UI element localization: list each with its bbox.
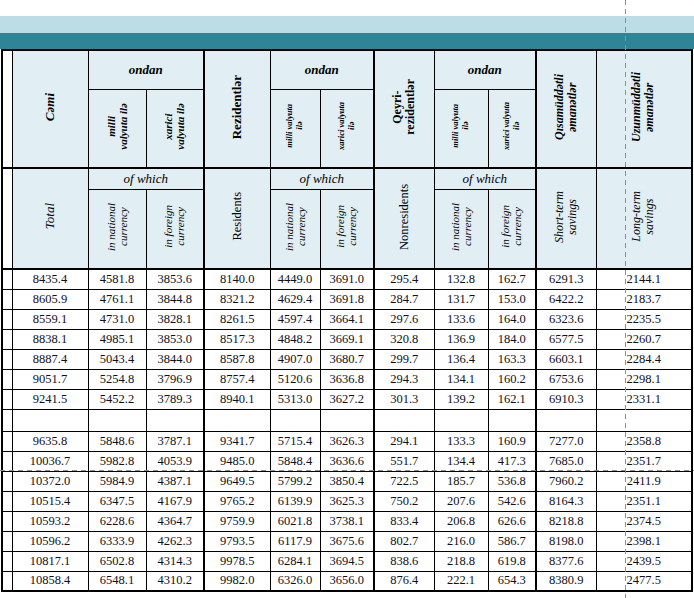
data-cell: 160.9: [488, 431, 536, 451]
empty-cell: [374, 409, 434, 431]
data-cell: 5120.6: [270, 369, 320, 389]
data-cell: 3664.1: [320, 309, 374, 329]
data-cell: 299.7: [374, 349, 434, 369]
data-cell: 9765.2: [204, 491, 270, 511]
data-cell: 139.2: [434, 389, 488, 409]
table-row: 8559.14731.03828.18261.54597.43664.1297.…: [2, 309, 692, 329]
data-cell: 8321.2: [204, 289, 270, 309]
header-total-en: Total: [12, 168, 88, 269]
data-cell: 626.6: [488, 511, 536, 531]
report-page: Cəmi ondan Rezidentlər ondan Qeyri- rezi…: [0, 0, 694, 598]
header-total-en-label: Total: [43, 203, 58, 229]
table-row: 10036.75982.84053.99485.05848.43636.6551…: [2, 451, 692, 471]
header-national-az-3-label: milli valyuta ilə: [451, 104, 470, 148]
data-cell: 8140.0: [204, 269, 270, 289]
header-total-az: Cəmi: [12, 50, 88, 168]
data-cell: 2398.1: [596, 531, 692, 551]
data-cell: 10036.7: [12, 451, 88, 471]
table-row: 8435.44581.83853.68140.04449.03691.0295.…: [2, 269, 692, 289]
data-cell: 6021.8: [270, 511, 320, 531]
data-cell: 586.7: [488, 531, 536, 551]
data-cell: 153.0: [488, 289, 536, 309]
data-cell: 5982.8: [88, 451, 146, 471]
data-cell: 2351.7: [596, 451, 692, 471]
data-cell: 6333.9: [88, 531, 146, 551]
data-cell: 3691.8: [320, 289, 374, 309]
data-cell: 9341.7: [204, 431, 270, 451]
data-cell: 5313.0: [270, 389, 320, 409]
data-cell: 164.0: [488, 309, 536, 329]
spacer-row: [2, 409, 692, 431]
data-cell: 8605.9: [12, 289, 88, 309]
header-national-az-2: milli valyuta ilə: [270, 89, 320, 168]
data-cell: 8587.8: [204, 349, 270, 369]
header-foreign-en-2-label: in foreign currency: [334, 205, 359, 248]
data-cell: 3694.5: [320, 551, 374, 571]
header-residents-az-label: Rezidentlər: [230, 75, 245, 139]
data-cell: 4731.0: [88, 309, 146, 329]
data-cell: 4314.3: [146, 551, 204, 571]
data-cell: 2439.5: [596, 551, 692, 571]
data-cell: 163.3: [488, 349, 536, 369]
data-cell: 4907.0: [270, 349, 320, 369]
empty-cell: [320, 409, 374, 431]
header-ofwhich-az-2: ondan: [270, 50, 374, 89]
data-cell: 8757.4: [204, 369, 270, 389]
data-cell: 9649.5: [204, 471, 270, 491]
header-longterm-en-label: Long-term savings: [630, 191, 657, 242]
data-cell: 222.1: [434, 571, 488, 591]
empty-cell: [204, 409, 270, 431]
data-cell: 4581.8: [88, 269, 146, 289]
row-margin-cell: [2, 369, 12, 389]
data-cell: 6117.9: [270, 531, 320, 551]
header-row-en-top: Total of which Residents of which Nonres…: [2, 168, 692, 189]
data-cell: 3844.0: [146, 349, 204, 369]
header-residents-en: Residents: [204, 168, 270, 269]
data-cell: 2235.5: [596, 309, 692, 329]
data-cell: 5715.4: [270, 431, 320, 451]
table-row: 10596.26333.94262.39793.56117.93675.6802…: [2, 531, 692, 551]
header-longterm-en: Long-term savings: [596, 168, 692, 269]
row-margin-cell: [2, 269, 12, 289]
data-cell: 654.3: [488, 571, 536, 591]
row-margin-cell: [2, 551, 12, 571]
data-cell: 6603.1: [536, 349, 596, 369]
header-longterm-az-label: Uzunmüddətli əmanətlər: [630, 72, 657, 142]
header-ofwhich-en-1: of which: [88, 168, 204, 189]
data-cell: 10817.1: [12, 551, 88, 571]
data-cell: 417.3: [488, 451, 536, 471]
header-foreign-az-3-label: xarici valyuta ilə: [502, 102, 521, 150]
header-ofwhich-az-3: ondan: [434, 50, 536, 89]
data-cell: 2477.5: [596, 571, 692, 591]
decor-band-dark: [0, 33, 694, 49]
table-row: 9051.75254.83796.98757.45120.63636.8294.…: [2, 369, 692, 389]
savings-table: Cəmi ondan Rezidentlər ondan Qeyri- rezi…: [1, 49, 693, 592]
header-row-az-top: Cəmi ondan Rezidentlər ondan Qeyri- rezi…: [2, 50, 692, 89]
data-cell: 3680.7: [320, 349, 374, 369]
data-cell: 8940.1: [204, 389, 270, 409]
header-national-az-2-label: milli valyuta ilə: [285, 104, 304, 148]
data-cell: 9978.5: [204, 551, 270, 571]
data-cell: 295.4: [374, 269, 434, 289]
margin-cell: [2, 50, 12, 168]
table-row: 10817.16502.84314.39978.56284.13694.5838…: [2, 551, 692, 571]
data-cell: 160.2: [488, 369, 536, 389]
data-cell: 536.8: [488, 471, 536, 491]
data-cell: 284.7: [374, 289, 434, 309]
data-cell: 542.6: [488, 491, 536, 511]
header-residents-en-label: Residents: [230, 192, 244, 241]
data-cell: 136.9: [434, 329, 488, 349]
data-cell: 3828.1: [146, 309, 204, 329]
header-nonresidents-en-label: Nonresidents: [397, 184, 411, 250]
header-nonresidents-az-label: Qeyri- rezidentlər: [391, 79, 418, 135]
empty-cell: [536, 409, 596, 431]
row-margin-cell: [2, 511, 12, 531]
data-cell: 3796.9: [146, 369, 204, 389]
header-foreign-en-3: in foreign currency: [488, 189, 536, 269]
table-row: 10858.46548.14310.29982.06326.03656.0876…: [2, 571, 692, 591]
header-national-az-3: milli valyuta ilə: [434, 89, 488, 168]
row-margin-cell: [2, 349, 12, 369]
data-cell: 162.7: [488, 269, 536, 289]
data-cell: 6753.6: [536, 369, 596, 389]
data-cell: 3844.8: [146, 289, 204, 309]
